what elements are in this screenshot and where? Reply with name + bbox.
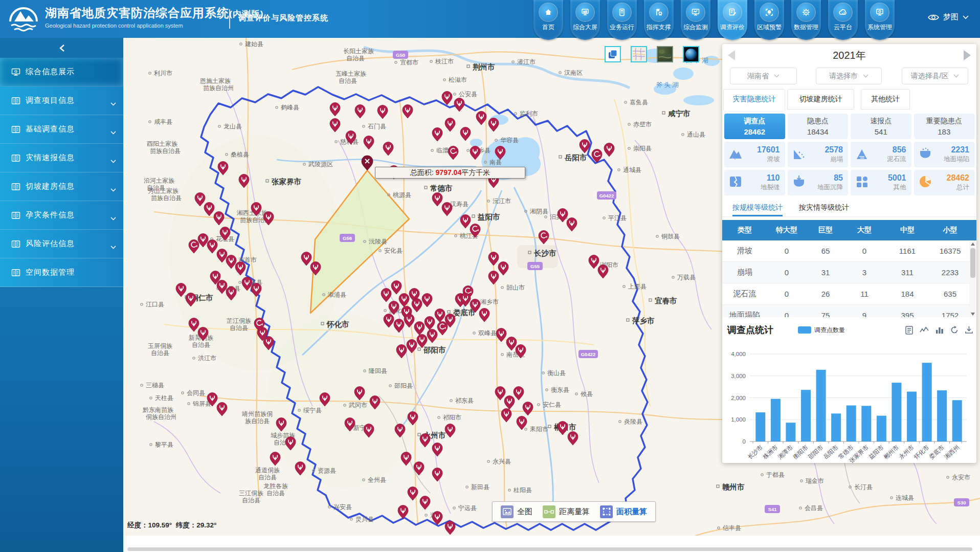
hazard-marker[interactable] xyxy=(432,443,442,457)
bar-长沙市[interactable] xyxy=(755,412,765,441)
hazard-marker[interactable] xyxy=(270,452,280,466)
hazard-marker[interactable] xyxy=(539,231,549,245)
bar-邵阳市[interactable] xyxy=(816,370,826,441)
hazard-marker[interactable] xyxy=(432,193,442,207)
hazard-marker[interactable] xyxy=(558,422,568,435)
tab-其他统计[interactable]: 其他统计 xyxy=(861,89,910,109)
hazard-marker[interactable] xyxy=(420,434,430,448)
hazard-marker[interactable] xyxy=(442,92,452,105)
hazard-marker[interactable] xyxy=(445,118,455,132)
hazard-marker[interactable] xyxy=(445,521,455,535)
bar-永州市[interactable] xyxy=(907,392,917,442)
nav-item-业务运行[interactable]: 业务运行 xyxy=(607,0,637,40)
hazard-marker[interactable] xyxy=(384,314,394,328)
street-map-thumbnail[interactable] xyxy=(631,46,647,62)
chart-legend[interactable]: 调查点数量 xyxy=(798,326,845,335)
hazard-marker[interactable] xyxy=(437,322,448,336)
chevron-down-icon[interactable] xyxy=(963,15,969,19)
hazard-marker[interactable] xyxy=(407,340,417,354)
hazard-marker[interactable] xyxy=(517,416,527,430)
nav-item-区域预警[interactable]: 区域预警 xyxy=(754,0,784,40)
hazard-marker[interactable] xyxy=(589,255,599,269)
scroll-up-icon[interactable] xyxy=(969,240,976,247)
bar-湘潭市[interactable] xyxy=(786,423,795,441)
type-card-地裂缝[interactable]: 110 地裂缝 xyxy=(724,170,785,195)
hazard-marker[interactable] xyxy=(476,112,486,125)
sidebar-item-孕灾条件信息[interactable]: 孕灾条件信息 xyxy=(0,201,123,230)
hazard-marker[interactable] xyxy=(330,119,340,133)
bar-张家界市[interactable] xyxy=(861,406,871,441)
hazard-marker[interactable] xyxy=(567,218,577,232)
region-select-0[interactable]: 湖南省 xyxy=(730,68,797,84)
type-card-其他[interactable]: 5001 其他 xyxy=(851,170,911,195)
measure-全图[interactable]: 全图 xyxy=(501,505,532,518)
type-card-泥石流[interactable]: 856 泥石流 xyxy=(851,142,911,167)
user-box[interactable]: 梦图 xyxy=(928,12,969,22)
bar-株洲市[interactable] xyxy=(771,399,781,441)
visibility-icon[interactable] xyxy=(928,14,939,21)
hazard-marker[interactable] xyxy=(488,271,499,285)
nav-item-首页[interactable]: 首页 xyxy=(533,0,563,40)
hazard-marker[interactable] xyxy=(568,432,578,446)
measure-面积量算[interactable]: 面积量算 xyxy=(600,505,647,518)
data-view-icon[interactable] xyxy=(905,326,913,335)
nav-item-数据管理[interactable]: 数据管理 xyxy=(791,0,821,40)
scroll-down-icon[interactable] xyxy=(969,311,976,317)
bar-娄底市[interactable] xyxy=(937,390,947,441)
sidebar-item-切坡建房信息[interactable]: 切坡建房信息 xyxy=(0,172,123,201)
sidebar-item-灾情速报信息[interactable]: 灾情速报信息 xyxy=(0,144,123,172)
hazard-marker[interactable] xyxy=(383,142,393,156)
subtab-按规模等级统计[interactable]: 按规模等级统计 xyxy=(732,201,783,216)
hazard-marker[interactable] xyxy=(217,403,227,416)
year-prev-button[interactable] xyxy=(725,49,737,61)
nav-item-指挥支撑[interactable]: 指挥支撑 xyxy=(644,0,674,40)
type-card-地面塌陷[interactable]: 2231 地面塌陷 xyxy=(914,142,975,167)
hazard-marker[interactable] xyxy=(330,103,340,117)
sidebar-item-综合信息展示[interactable]: 综合信息展示 xyxy=(0,58,123,86)
hazard-marker[interactable] xyxy=(414,322,425,336)
hazard-marker[interactable] xyxy=(432,128,442,142)
hazard-marker[interactable] xyxy=(403,105,413,119)
nav-item-系统管理[interactable]: 系统管理 xyxy=(865,0,895,40)
bar-怀化市[interactable] xyxy=(922,363,932,441)
hazard-marker[interactable] xyxy=(460,127,471,141)
hazard-marker[interactable] xyxy=(604,143,614,157)
region-select-2[interactable]: 请选择县/区 xyxy=(902,68,968,84)
hazard-marker[interactable] xyxy=(506,337,517,351)
hazard-marker[interactable] xyxy=(427,329,437,343)
tab-切坡建房统计[interactable]: 切坡建房统计 xyxy=(787,89,854,109)
sidebar-item-风险评估信息[interactable]: 风险评估信息 xyxy=(0,230,123,258)
hazard-marker[interactable] xyxy=(479,308,489,322)
hazard-marker[interactable] xyxy=(495,387,505,401)
summary-card-重要隐患点[interactable]: 重要隐患点 183 xyxy=(914,114,975,139)
bar-chart-icon[interactable] xyxy=(936,326,944,334)
hazard-marker[interactable] xyxy=(420,496,430,510)
type-card-地面沉降[interactable]: 85 地面沉降 xyxy=(788,170,849,195)
layers-icon[interactable] xyxy=(605,46,621,62)
hazard-marker[interactable] xyxy=(488,252,499,266)
type-card-总计[interactable]: 28462 总计 xyxy=(914,170,975,195)
bar-郴州市[interactable] xyxy=(892,383,901,441)
summary-card-调查点[interactable]: 调查点 28462 xyxy=(724,114,785,139)
bar-衡阳市[interactable] xyxy=(801,390,811,441)
hazard-marker[interactable] xyxy=(523,402,533,416)
hazard-marker[interactable] xyxy=(401,452,411,466)
year-next-button[interactable] xyxy=(962,49,973,61)
region-select-1[interactable]: 请选择市 xyxy=(816,68,882,84)
hazard-marker[interactable] xyxy=(425,317,435,330)
hazard-marker[interactable] xyxy=(364,136,374,150)
tab-灾害隐患统计[interactable]: 灾害隐患统计 xyxy=(723,89,785,109)
hazard-marker[interactable] xyxy=(498,262,508,276)
hazard-marker[interactable] xyxy=(470,146,480,160)
hazard-marker[interactable] xyxy=(404,314,414,328)
bar-常德市[interactable] xyxy=(847,406,856,442)
measure-anchor-marker[interactable] xyxy=(362,156,373,170)
type-card-崩塌[interactable]: 2578 崩塌 xyxy=(788,142,849,167)
subtab-按灾情等级统计[interactable]: 按灾情等级统计 xyxy=(799,201,849,216)
hazard-marker[interactable] xyxy=(398,505,408,519)
hazard-marker[interactable] xyxy=(488,118,499,132)
nav-item-综合监测[interactable]: 综合监测 xyxy=(681,0,710,40)
hazard-marker[interactable] xyxy=(445,424,455,438)
hazard-marker[interactable] xyxy=(598,265,608,279)
hazard-marker[interactable] xyxy=(514,387,524,401)
